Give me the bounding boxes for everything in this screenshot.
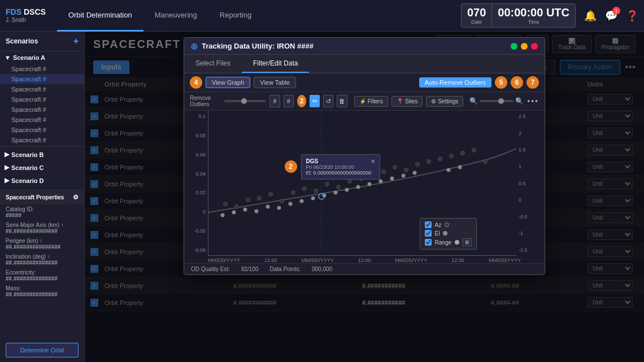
minimize-button[interactable] [511, 43, 517, 50]
messages-icon[interactable]: 💬 1 [605, 10, 617, 22]
sidebar: Scenarios + ▼ Scenario A Spacecraft # Sp… [0, 32, 85, 362]
legend-az-label: Az [435, 222, 442, 228]
modal-toolbar-1: 4 View Graph View Table Auto-Remove Outl… [184, 73, 545, 92]
range-checkbox[interactable] [425, 239, 432, 246]
hash-button-2[interactable]: # [284, 95, 294, 107]
svg-point-30 [289, 202, 293, 206]
sites-button[interactable]: 📍 Sites [391, 96, 423, 107]
sidebar-item-spacecraft-8[interactable]: Spacecraft # [0, 135, 84, 145]
svg-point-36 [356, 185, 360, 189]
svg-point-10 [337, 185, 341, 189]
svg-point-7 [303, 187, 307, 191]
svg-point-8 [314, 189, 318, 193]
nav-tab-reporting[interactable]: Reporting [208, 0, 263, 32]
semi-major-value: ##.############## [6, 228, 79, 234]
logo-dscs: DSCS [24, 7, 46, 17]
step-6-badge: 6 [511, 76, 523, 89]
determine-orbit-button[interactable]: Determine Orbit [6, 343, 79, 357]
clock-day: 070 [467, 6, 486, 19]
notifications-icon[interactable]: 🔔 [584, 10, 597, 22]
svg-point-39 [390, 177, 394, 181]
chevron-right-icon: ▶ [5, 151, 9, 158]
chart-tooltip: DGS ✕ Fri 06/23/20 10:00:00 El: 0.000000… [301, 154, 380, 180]
sidebar-item-spacecraft-active[interactable]: Spacecraft # [0, 74, 84, 84]
legend-el: El [425, 230, 472, 237]
svg-point-31 [300, 199, 304, 203]
inclination-value: ##.############## [6, 260, 79, 266]
sidebar-item-spacecraft-1[interactable]: Spacecraft # [0, 64, 84, 74]
svg-point-19 [438, 157, 442, 161]
settings-icon[interactable]: ⚙ [73, 194, 79, 201]
modal-title: ◎ Tracking Data Utility: IRON #### [191, 42, 314, 50]
data-points-label: Data Points: [270, 266, 301, 272]
svg-point-40 [402, 174, 406, 178]
outlier-slider[interactable] [224, 100, 266, 102]
tracking-icon: ◎ [191, 42, 197, 50]
svg-point-5 [280, 199, 284, 203]
mass-label: Mass: [6, 285, 79, 291]
svg-point-32 [311, 197, 315, 200]
top-nav: FDS DSCS J. Smith Orbit Determination Ma… [0, 0, 644, 32]
nav-tab-maneuvering[interactable]: Maneuvering [143, 0, 208, 32]
sites-icon: 📍 [397, 98, 403, 104]
y-axis-right: 2.5 2 1.5 1 0.5 0 -0.5 -1 -1.5 [516, 111, 545, 256]
sidebar-item-spacecraft-3[interactable]: Spacecraft # [0, 84, 84, 94]
zoom-out-icon[interactable]: 🔍 [469, 97, 478, 105]
od-quality-label: OD Quality Est: [191, 266, 230, 272]
view-graph-button[interactable]: View Graph [206, 77, 250, 88]
svg-point-23 [484, 160, 488, 164]
close-button[interactable] [531, 43, 538, 50]
help-icon[interactable]: ❓ [626, 10, 638, 22]
filters-button[interactable]: ⚡ Filters [354, 96, 388, 107]
svg-point-26 [243, 208, 247, 212]
svg-point-16 [404, 168, 408, 172]
zoom-slider[interactable] [480, 100, 514, 102]
more-options-button[interactable]: ••• [527, 97, 539, 106]
sidebar-item-scenario-c[interactable]: ▶ Scenario C [0, 161, 84, 174]
svg-point-6 [291, 191, 295, 195]
svg-point-28 [266, 205, 270, 209]
legend-range-label: Range [435, 239, 451, 246]
svg-point-41 [413, 171, 417, 175]
add-scenario-button[interactable]: + [73, 36, 79, 46]
sidebar-item-spacecraft-5[interactable]: Spacecraft # [0, 104, 84, 115]
maximize-button[interactable] [521, 43, 528, 50]
sidebar-header: Scenarios + [0, 32, 84, 51]
auto-remove-outliers-button[interactable]: Auto-Remove Outliers [419, 77, 491, 88]
trash-button[interactable]: 🗑 [337, 95, 347, 107]
step-4-badge: 4 [190, 76, 202, 89]
sidebar-item-scenario-d[interactable]: ▶ Scenario D [0, 174, 84, 187]
pencil-button[interactable]: ✏ [310, 95, 320, 107]
hash-button[interactable]: # [269, 95, 280, 107]
zoom-in-icon[interactable]: 🔍 [515, 97, 524, 105]
sidebar-item-spacecraft-6[interactable]: Spacecraft # [0, 115, 84, 125]
perigee-label: Perigee (km) ↑ [6, 238, 79, 244]
nav-tab-orbit-determination[interactable]: Orbit Determination [57, 0, 143, 32]
svg-point-0 [224, 202, 228, 206]
view-table-button[interactable]: View Table [254, 77, 296, 88]
settings-button[interactable]: ⚙ Settings [426, 96, 463, 107]
undo-button[interactable]: ↺ [323, 95, 333, 107]
el-checkbox[interactable] [425, 230, 432, 237]
catalog-id-value: ##### [6, 212, 79, 219]
sidebar-item-spacecraft-4[interactable]: Spacecraft # [0, 94, 84, 104]
tooltip-close-icon[interactable]: ✕ [371, 158, 375, 164]
sidebar-item-scenario-b[interactable]: ▶ Scenario B [0, 148, 84, 161]
az-checkbox[interactable] [425, 221, 432, 228]
svg-point-38 [379, 180, 383, 184]
modal-tab-filter-edit[interactable]: Filter/Edit Data [242, 55, 309, 73]
logo-user: J. Smith [6, 17, 46, 24]
svg-point-25 [232, 211, 236, 215]
filter-icon: ⚡ [359, 98, 366, 104]
svg-point-14 [382, 170, 386, 174]
modal-tab-select-files[interactable]: Select Files [184, 55, 242, 73]
tooltip-title: DGS [306, 158, 319, 164]
logo-area: FDS DSCS J. Smith [6, 7, 46, 24]
x-axis: MM/DD/YYYY 12:00 MM/DD/YYYY 12:00 MM/DD/… [184, 256, 545, 263]
inclination-label: Inclination (deg) ↑ [6, 254, 79, 260]
legend-expand-icon[interactable]: ⊞ [463, 238, 472, 246]
data-points-value: 000,000 [312, 266, 332, 272]
sidebar-item-spacecraft-7[interactable]: Spacecraft # [0, 125, 84, 135]
sidebar-item-scenario-a[interactable]: ▼ Scenario A [0, 51, 84, 64]
svg-point-18 [427, 160, 431, 164]
